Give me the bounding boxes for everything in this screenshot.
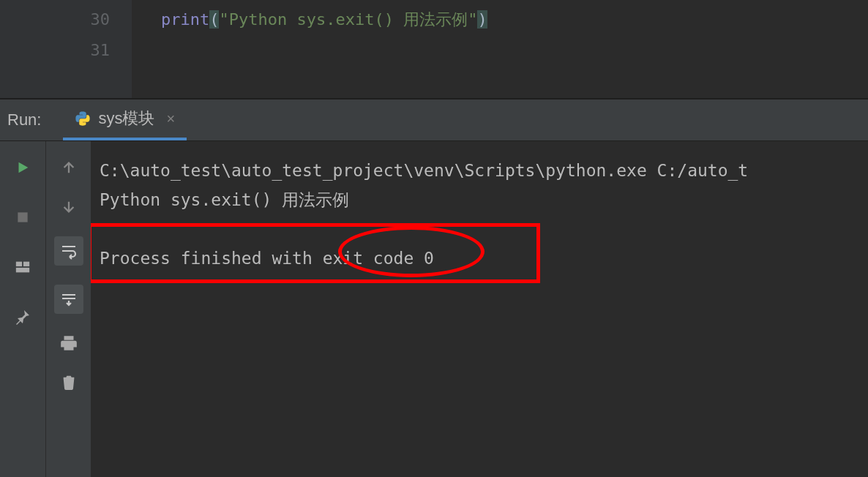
run-tab[interactable]: sys模块 × — [63, 99, 187, 140]
code-line: print("Python sys.exit() 用法示例") — [161, 4, 868, 35]
code-content[interactable]: print("Python sys.exit() 用法示例") — [132, 0, 868, 98]
token-string: "Python sys.exit() 用法示例" — [219, 10, 477, 29]
svg-rect-3 — [16, 268, 29, 272]
run-label: Run: — [0, 110, 63, 129]
console-output[interactable]: C:\auto_test\auto_test_project\venv\Scri… — [91, 141, 868, 477]
line-gutter: 30 31 — [0, 0, 132, 98]
soft-wrap-button[interactable] — [54, 236, 83, 266]
trash-icon[interactable] — [59, 372, 79, 393]
code-editor[interactable]: 30 31 print("Python sys.exit() 用法示例") — [0, 0, 868, 99]
close-icon[interactable]: × — [166, 110, 175, 127]
line-number: 31 — [0, 35, 110, 66]
run-panel-body: C:\auto_test\auto_test_project\venv\Scri… — [0, 141, 868, 477]
print-icon[interactable] — [59, 333, 79, 353]
down-arrow-icon[interactable] — [59, 197, 79, 217]
run-toolbar-outer — [0, 141, 45, 477]
scroll-to-end-button[interactable] — [54, 285, 83, 314]
token-paren: ) — [477, 10, 487, 29]
console-line — [100, 214, 859, 244]
svg-rect-0 — [18, 212, 27, 222]
console-line: Process finished with exit code 0 — [100, 244, 859, 273]
run-toolbar-inner — [45, 141, 91, 477]
line-number: 30 — [0, 4, 110, 35]
tab-title: sys模块 — [98, 108, 154, 129]
layout-icon[interactable] — [12, 257, 33, 277]
token-function: print — [161, 10, 209, 29]
token-paren: ( — [209, 10, 219, 29]
stop-button[interactable] — [12, 207, 33, 228]
run-button[interactable] — [12, 157, 33, 178]
svg-rect-1 — [16, 262, 22, 266]
console-line: C:\auto_test\auto_test_project\venv\Scri… — [100, 156, 859, 185]
code-line — [161, 35, 868, 66]
python-icon — [75, 110, 91, 127]
pin-icon[interactable] — [12, 307, 33, 327]
console-line: Python sys.exit() 用法示例 — [100, 185, 859, 214]
svg-rect-2 — [23, 262, 29, 266]
run-panel-header: Run: sys模块 × — [0, 99, 868, 141]
up-arrow-icon[interactable] — [59, 157, 79, 178]
